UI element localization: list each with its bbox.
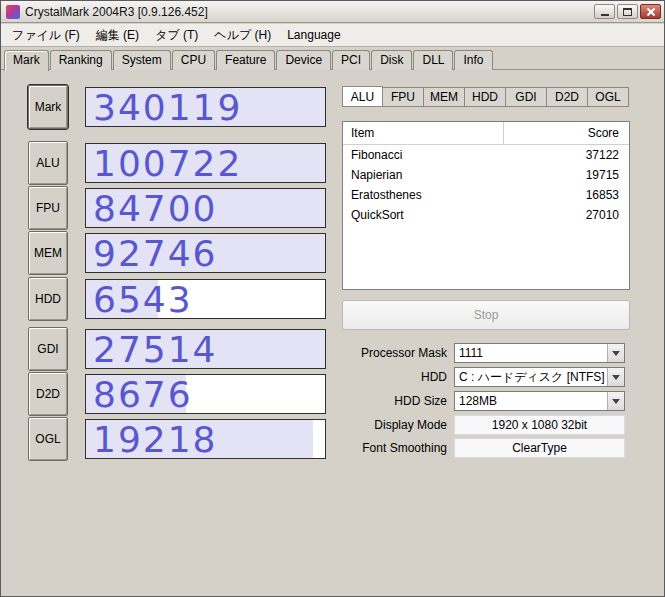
detail-tab-alu[interactable]: ALU (342, 86, 383, 107)
table-row: Napierian 19715 (343, 165, 629, 185)
processor-mask-label: Processor Mask (342, 346, 454, 360)
font-smoothing-label: Font Smoothing (342, 441, 454, 455)
app-icon (6, 5, 20, 19)
row-item: Eratosthenes (343, 188, 503, 202)
tab-feature[interactable]: Feature (216, 50, 275, 70)
alu-score-box: 100722 (85, 143, 326, 183)
field-hdd-size: HDD Size 128MB (342, 391, 632, 411)
field-processor-mask: Processor Mask 1111 (342, 343, 632, 363)
ogl-score-value: 19218 (93, 420, 218, 459)
detail-tab-gdi[interactable]: GDI (506, 87, 547, 107)
menu-file[interactable]: ファイル (F) (4, 24, 88, 47)
tab-device[interactable]: Device (276, 50, 331, 70)
hdd-button[interactable]: HDD (28, 277, 68, 321)
main-tabs: Mark Ranking System CPU Feature Device P… (4, 49, 494, 70)
row-score: 19715 (503, 168, 629, 182)
table-header: Item Score (343, 122, 629, 145)
mem-score-box: 92746 (85, 233, 326, 273)
detail-tab-hdd[interactable]: HDD (465, 87, 506, 107)
table-row: Fibonacci 37122 (343, 145, 629, 165)
gdi-button[interactable]: GDI (28, 327, 68, 371)
ogl-score-box: 19218 (85, 419, 326, 459)
tab-pci[interactable]: PCI (332, 50, 370, 70)
detail-tab-mem[interactable]: MEM (424, 87, 465, 107)
table-row: QuickSort 27010 (343, 205, 629, 225)
mark-score-value: 340119 (93, 88, 242, 127)
minimize-button[interactable] (594, 4, 615, 19)
minimize-icon (601, 14, 609, 16)
fpu-button[interactable]: FPU (28, 186, 68, 230)
tab-system[interactable]: System (113, 50, 171, 70)
results-table: Item Score Fibonacci 37122 Napierian 197… (342, 121, 630, 290)
display-mode-value: 1920 x 1080 32bit (454, 415, 625, 435)
detail-tab-fpu[interactable]: FPU (383, 87, 424, 107)
row-item: Fibonacci (343, 148, 503, 162)
gdi-score-box: 27514 (85, 329, 326, 369)
row-item: Napierian (343, 168, 503, 182)
detail-tabs: ALU FPU MEM HDD GDI D2D OGL (342, 86, 629, 107)
display-mode-text: 1920 x 1080 32bit (492, 418, 587, 432)
hdd-size-select[interactable]: 128MB (454, 391, 625, 411)
tab-disk[interactable]: Disk (371, 50, 412, 70)
close-icon (646, 7, 655, 16)
window-title: CrystalMark 2004R3 [0.9.126.452] (25, 5, 208, 19)
alu-score-value: 100722 (93, 144, 242, 183)
detail-tab-ogl[interactable]: OGL (588, 87, 629, 107)
tab-info[interactable]: Info (454, 50, 492, 70)
hdd-size-label: HDD Size (342, 394, 454, 408)
detail-tab-d2d[interactable]: D2D (547, 87, 588, 107)
menu-edit[interactable]: 編集 (E) (88, 24, 147, 47)
mem-score-value: 92746 (93, 234, 218, 273)
column-header-score[interactable]: Score (503, 122, 629, 144)
chevron-down-icon[interactable] (607, 368, 624, 386)
hdd-size-value: 128MB (455, 394, 607, 408)
app-window: CrystalMark 2004R3 [0.9.126.452] ファイル (F… (0, 0, 665, 597)
menu-language[interactable]: Language (279, 25, 348, 45)
alu-button[interactable]: ALU (28, 141, 68, 185)
mem-button[interactable]: MEM (28, 231, 68, 275)
hdd-score-value: 6543 (93, 280, 193, 319)
font-smoothing-value: ClearType (454, 438, 625, 458)
close-button[interactable] (640, 4, 661, 19)
ogl-button[interactable]: OGL (28, 417, 68, 461)
hdd-label: HDD (342, 370, 454, 384)
maximize-icon (623, 8, 632, 16)
menu-help[interactable]: ヘルプ (H) (206, 24, 279, 47)
field-display-mode: Display Mode 1920 x 1080 32bit (342, 415, 632, 435)
fpu-score-value: 84700 (93, 189, 218, 228)
hdd-value: C : ハードディスク [NTFS] (455, 369, 607, 386)
row-item: QuickSort (343, 208, 503, 222)
hdd-score-box: 6543 (85, 279, 326, 319)
field-hdd: HDD C : ハードディスク [NTFS] (342, 367, 632, 387)
chevron-down-icon[interactable] (607, 392, 624, 410)
stop-button[interactable]: Stop (342, 300, 630, 330)
row-score: 27010 (503, 208, 629, 222)
field-font-smoothing: Font Smoothing ClearType (342, 438, 632, 458)
tab-cpu[interactable]: CPU (172, 50, 215, 70)
tab-dll[interactable]: DLL (413, 50, 453, 70)
maximize-button[interactable] (617, 4, 638, 19)
d2d-score-box: 8676 (85, 374, 326, 414)
mark-button[interactable]: Mark (28, 85, 68, 129)
font-smoothing-text: ClearType (512, 441, 567, 455)
processor-mask-value: 1111 (455, 346, 607, 360)
chevron-down-icon[interactable] (607, 344, 624, 362)
d2d-score-value: 8676 (93, 375, 193, 414)
tab-mark[interactable]: Mark (4, 50, 49, 71)
gdi-score-value: 27514 (93, 330, 218, 369)
row-score: 16853 (503, 188, 629, 202)
hdd-select[interactable]: C : ハードディスク [NTFS] (454, 367, 625, 387)
menu-tab[interactable]: タブ (T) (147, 24, 206, 47)
column-header-item[interactable]: Item (343, 126, 503, 140)
menubar: ファイル (F) 編集 (E) タブ (T) ヘルプ (H) Language (1, 24, 664, 47)
row-score: 37122 (503, 148, 629, 162)
processor-mask-select[interactable]: 1111 (454, 343, 625, 363)
table-row: Eratosthenes 16853 (343, 185, 629, 205)
mark-score-box: 340119 (85, 87, 326, 127)
tab-ranking[interactable]: Ranking (50, 50, 112, 70)
d2d-button[interactable]: D2D (28, 372, 68, 416)
display-mode-label: Display Mode (342, 418, 454, 432)
fpu-score-box: 84700 (85, 188, 326, 228)
window-controls (594, 4, 661, 19)
titlebar: CrystalMark 2004R3 [0.9.126.452] (1, 1, 664, 23)
